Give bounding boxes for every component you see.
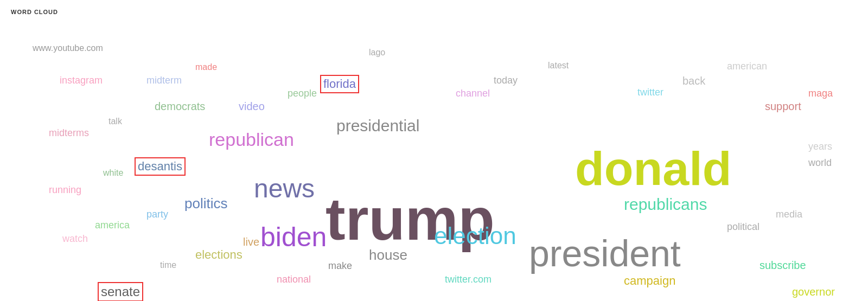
word-governor[interactable]: governor [792,286,835,298]
word-today[interactable]: today [494,75,518,86]
word-talk[interactable]: talk [108,117,122,126]
word-election[interactable]: election [434,222,516,249]
word-desantis[interactable]: desantis [135,157,186,176]
word-www-youtube-com[interactable]: www.youtube.com [33,43,103,53]
word-republican[interactable]: republican [209,129,294,150]
word-made[interactable]: made [195,62,217,72]
word-running[interactable]: running [49,184,81,196]
word-news[interactable]: news [254,174,315,203]
word-senate[interactable]: senate [98,282,143,301]
word-president[interactable]: president [529,232,681,274]
word-america[interactable]: america [95,220,130,231]
word-world[interactable]: world [808,157,832,169]
word-house[interactable]: house [369,247,407,264]
word-latest[interactable]: latest [548,61,569,71]
word-politics[interactable]: politics [184,195,227,212]
word-elections[interactable]: elections [195,248,242,262]
word-white[interactable]: white [103,168,123,178]
word-back[interactable]: back [682,75,705,87]
word-instagram[interactable]: instagram [60,75,103,86]
word-live[interactable]: live [243,236,259,248]
word-lago[interactable]: lago [369,48,385,57]
word-national[interactable]: national [277,274,311,285]
word-twitter[interactable]: twitter [637,87,663,98]
word-donald[interactable]: donald [575,141,731,196]
word-democrats[interactable]: democrats [155,100,205,113]
word-video[interactable]: video [239,100,265,113]
word-watch[interactable]: watch [62,233,88,245]
word-midterms[interactable]: midterms [49,127,89,139]
word-presidential[interactable]: presidential [336,117,419,135]
word-florida[interactable]: florida [320,75,359,93]
word-support[interactable]: support [765,100,801,113]
word-time[interactable]: time [160,260,176,270]
word-channel[interactable]: channel [456,88,490,99]
word-maga[interactable]: maga [808,88,833,99]
word-years[interactable]: years [808,141,832,152]
word-american[interactable]: american [727,61,767,72]
word-twitter-com[interactable]: twitter.com [445,274,492,285]
word-midterm[interactable]: midterm [146,75,182,86]
page-title: WORD CLOUD [11,9,58,15]
word-media[interactable]: media [776,209,802,220]
word-people[interactable]: people [288,88,317,99]
word-political[interactable]: political [727,221,760,233]
word-make[interactable]: make [328,260,352,272]
word-subscribe[interactable]: subscribe [760,259,806,272]
word-party[interactable]: party [146,209,168,220]
word-campaign[interactable]: campaign [624,274,675,288]
word-biden[interactable]: biden [260,221,327,253]
word-republicans[interactable]: republicans [624,195,707,214]
